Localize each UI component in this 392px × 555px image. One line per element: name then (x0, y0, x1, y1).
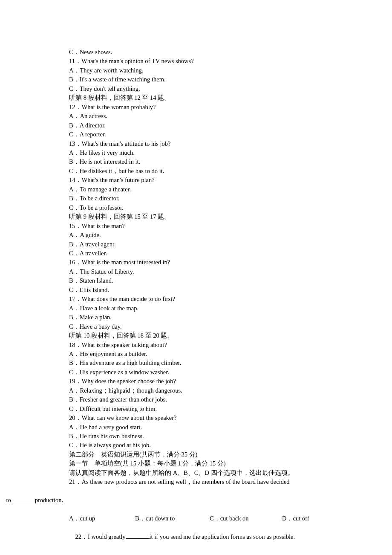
option-a: A．Relaxing；high­paid；though dangerous. (69, 386, 342, 395)
option-c: C．A reporter. (69, 130, 342, 139)
question-15: 15．What is the man? (69, 222, 342, 231)
question-21-line2: toproduction. (0, 487, 342, 514)
question-16: 16．What is the man most interested in? (69, 258, 342, 267)
section-header-9: 听第 9 段材料，回答第 15 至 17 题。 (69, 212, 342, 221)
option-b: B．He is not interested in it. (69, 157, 342, 166)
option-b: B．A travel agent. (69, 240, 342, 249)
question-21-choices: A．cut up B．cut down to C．cut back on D．c… (69, 514, 342, 523)
question-11: 11．What's the man's opinion of TV news s… (69, 57, 342, 66)
option-a: A．An actress. (69, 112, 342, 121)
option-b: B．His adventure as a high building climb… (69, 358, 342, 367)
question-20: 20．What can we know about the speaker? (69, 413, 342, 422)
fill-blank (11, 496, 35, 503)
option-b: B．It's a waste of time watching them. (69, 75, 342, 84)
option-c: C．Have a busy day. (69, 322, 342, 331)
q21-option-d: D．cut off (282, 514, 309, 523)
section-header-10: 听第 10 段材料，回答第 18 至 20 题。 (69, 331, 342, 340)
option-c: C．To be a professor. (69, 203, 342, 212)
exam-content: C．News shows. 11．What's the man's opinio… (50, 48, 342, 551)
question-12: 12．What is the woman probably? (69, 103, 342, 112)
option-c: C．News shows. (69, 48, 342, 57)
fill-blank (126, 533, 150, 539)
option-a: A．To manage a theater. (69, 185, 342, 194)
option-c: C．They don't tell anything. (69, 84, 342, 93)
instructions: 请认真阅读下面各题，从题中所给的 A、B、C、D 四个选项中，选出最佳选项。 (69, 468, 342, 477)
q21-post: production. (35, 497, 63, 503)
option-c: C．Difficult but interesting to him. (69, 405, 342, 413)
option-a: A．They are worth watching. (69, 66, 342, 75)
option-b: B．Staten Island. (69, 276, 342, 285)
option-c: C．Ellis Island. (69, 286, 342, 295)
option-c: C．He dislikes it，but he has to do it. (69, 167, 342, 176)
q21-pre: to (6, 497, 11, 503)
question-18: 18．What is the speaker talking about? (69, 341, 342, 350)
option-a: A．He had a very good start. (69, 423, 342, 432)
question-13: 13．What's the man's attitude to his job? (69, 139, 342, 148)
q22-post: it if you send me the application forms … (150, 533, 295, 540)
option-c: C．His experience as a window washer. (69, 368, 342, 377)
section-1-header: 第一节 单项填空(共 15 小题；每小题 1 分，满分 15 分) (69, 459, 342, 468)
option-a: A．The Statue of Liberty. (69, 267, 342, 276)
option-b: B．To be a director. (69, 194, 342, 203)
option-b: B．A director. (69, 121, 342, 130)
option-a: A．He likes it very much. (69, 148, 342, 157)
question-19: 19．Why does the speaker choose the job? (69, 377, 342, 386)
q22-pre: 22．I would greatly (75, 533, 126, 540)
q21-option-a: A．cut up (69, 514, 135, 523)
option-a: A．Have a look at the map. (69, 304, 342, 313)
option-c: C．A traveller. (69, 249, 342, 258)
question-21-line1: 21．As these new products are not selling… (69, 477, 342, 486)
question-22: 22．I would greatlyit if you send me the … (69, 523, 342, 551)
option-a: A．His enjoyment as a builder. (69, 350, 342, 358)
option-b: B．He runs his own business. (69, 432, 342, 441)
option-b: B．Fresher and greater than other jobs. (69, 395, 342, 404)
option-b: B．Make a plan. (69, 313, 342, 322)
option-a: A．A guide. (69, 231, 342, 240)
option-c: C．He is always good at his job. (69, 441, 342, 450)
q21-option-b: B．cut down to (135, 514, 210, 523)
section-header-8: 听第 8 段材料，回答第 12 至 14 题。 (69, 93, 342, 102)
part-2-header: 第二部分 英语知识运用(共两节，满分 35 分) (69, 450, 342, 459)
question-17: 17．What does the man decide to do first? (69, 295, 342, 304)
q21-option-c: C．cut back on (210, 514, 282, 523)
question-14: 14．What's the man's future plan? (69, 176, 342, 185)
